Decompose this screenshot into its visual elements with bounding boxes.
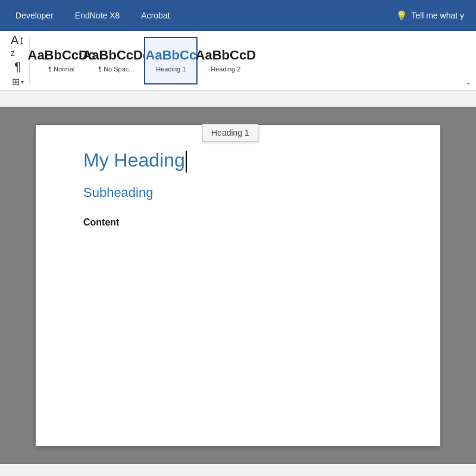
style-card-heading1-preview: AaBbCc: [146, 48, 197, 62]
search-text: Tell me what y: [411, 11, 464, 20]
style-card-normal-label: ¶ Normal: [48, 65, 74, 73]
style-card-nospace-label: ¶ No Spac...: [98, 65, 134, 73]
ribbon-expand-icon[interactable]: ⌄: [465, 78, 471, 86]
style-card-nospace[interactable]: AaBbCcDc ¶ No Spac...: [89, 37, 143, 84]
paragraph-icon[interactable]: ¶: [14, 60, 21, 74]
lightbulb-icon: 💡: [396, 10, 408, 21]
style-card-normal[interactable]: AaBbCcDc ¶ Normal: [35, 37, 88, 84]
style-card-heading1[interactable]: AaBbCc Heading 1: [144, 37, 198, 84]
style-card-heading2[interactable]: AaBbCcD Heading 2: [199, 37, 252, 84]
toolbar-separator: [0, 90, 476, 107]
style-card-nospace-preview: AaBbCcDc: [83, 48, 151, 62]
heading1-tooltip: Heading 1: [202, 124, 258, 142]
document-page[interactable]: My Heading Subheading Content: [36, 125, 440, 446]
indent-row: ⊞ ▾: [12, 76, 24, 87]
doc-heading2[interactable]: Subheading: [83, 184, 393, 202]
ribbon-content: A↕Z ¶ ⊞ ▾ AaBbCcDc ¶ Normal AaBbCcDc ¶ N…: [0, 31, 476, 90]
tab-endnote[interactable]: EndNote X8: [64, 0, 131, 31]
indent-dropdown-arrow[interactable]: ▾: [21, 79, 24, 85]
style-card-heading2-preview: AaBbCcD: [196, 48, 256, 62]
tell-me-search[interactable]: 💡 Tell me what y: [389, 8, 471, 24]
tab-acrobat[interactable]: Acrobat: [130, 0, 180, 31]
text-cursor: [186, 151, 187, 173]
paragraph-tools: A↕Z ¶ ⊞ ▾: [6, 37, 30, 84]
ribbon-tabs-bar: Developer EndNote X8 Acrobat 💡 Tell me w…: [0, 0, 476, 31]
style-card-heading1-label: Heading 1: [156, 65, 186, 73]
indent-icon[interactable]: ⊞: [12, 76, 20, 87]
tab-developer[interactable]: Developer: [5, 0, 64, 31]
document-area: Heading 1 My Heading Subheading Content: [0, 107, 476, 464]
style-card-heading2-label: Heading 2: [211, 65, 240, 73]
doc-heading1[interactable]: My Heading: [83, 149, 393, 173]
doc-normal[interactable]: Content: [83, 215, 393, 230]
sort-icon[interactable]: A↕Z: [11, 34, 24, 58]
styles-gallery: AaBbCcDc ¶ Normal AaBbCcDc ¶ No Spac... …: [35, 37, 252, 84]
